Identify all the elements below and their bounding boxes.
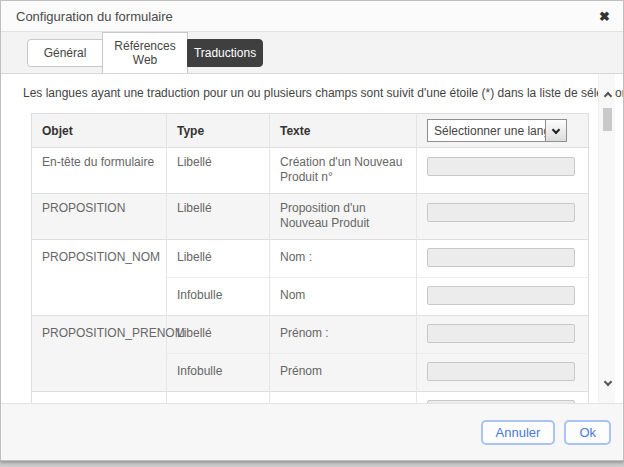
texte-cell: Nom : [270, 240, 417, 278]
objet-cell: PROPOSITION [32, 194, 167, 240]
instruction-text: Les langues ayant une traduction pour un… [23, 86, 623, 100]
translations-table-body: En-tête du formulaireLibelléCréation d'u… [32, 148, 589, 404]
tab-general[interactable]: Général [27, 39, 103, 67]
table-header-row: Objet Type Texte Sélectionner une langue… [32, 114, 589, 148]
translation-input[interactable] [427, 286, 575, 305]
type-cell: Libellé [167, 194, 270, 240]
translation-input[interactable] [427, 362, 575, 381]
table-row: En-tête du formulaireLibelléCréation d'u… [32, 148, 589, 194]
translations-panel: Les langues ayant une traduction pour un… [1, 73, 623, 403]
texte-cell: Proposition d'un Nouveau Produit [270, 194, 417, 240]
tab-label: Général [44, 46, 87, 60]
translation-input[interactable] [427, 157, 575, 176]
dialog-titlebar: Configuration du formulaire ✖ [1, 1, 623, 32]
translation-input-cell [417, 354, 589, 392]
language-select[interactable]: Sélectionner une langue ... [427, 119, 567, 142]
vertical-scrollbar[interactable] [598, 74, 615, 403]
table-row: PROPOSITION_NOMLibelléNom : [32, 240, 589, 278]
tab-label: Références Web [114, 39, 175, 67]
texte-cell: Nom [270, 278, 417, 316]
tab-references-web[interactable]: Références Web [102, 32, 188, 74]
type-cell: Infobulle [167, 278, 270, 316]
dialog-title: Configuration du formulaire [16, 9, 599, 24]
objet-cell: En-tête du formulaire [32, 148, 167, 194]
table-row: PROPOSITIONLibelléProposition d'un Nouve… [32, 194, 589, 240]
type-cell: Infobulle [167, 354, 270, 392]
objet-cell: PROPOSITION_DATE [32, 392, 167, 404]
type-cell: Libellé [167, 240, 270, 278]
type-cell: Libellé [167, 148, 270, 194]
tab-label: Traductions [194, 46, 256, 60]
column-header-type: Type [167, 114, 270, 148]
ok-button[interactable]: Ok [564, 420, 611, 445]
language-select-value: Sélectionner une langue ... [428, 124, 545, 138]
translation-input-cell [417, 194, 589, 240]
texte-cell: Création d'un Nouveau Produit n° [270, 148, 417, 194]
texte-cell: Date : [270, 392, 417, 404]
column-header-language: Sélectionner une langue ... [417, 114, 589, 148]
close-icon[interactable]: ✖ [599, 10, 610, 23]
scroll-down-icon[interactable] [599, 375, 616, 392]
translation-input-cell [417, 148, 589, 194]
type-cell: Libellé [167, 392, 270, 404]
scrollbar-thumb[interactable] [603, 108, 612, 131]
table-row: PROPOSITION_PRENOMLibelléPrénom : [32, 316, 589, 354]
translation-input-cell [417, 240, 589, 278]
objet-cell: PROPOSITION_PRENOM [32, 316, 167, 392]
objet-cell: PROPOSITION_NOM [32, 240, 167, 316]
tab-traductions[interactable]: Traductions [187, 39, 263, 67]
translation-input-cell [417, 278, 589, 316]
cancel-button[interactable]: Annuler [481, 420, 556, 445]
translation-input-cell [417, 392, 589, 404]
column-header-texte: Texte [270, 114, 417, 148]
table-row: PROPOSITION_DATELibelléDate : [32, 392, 589, 404]
translation-input[interactable] [427, 324, 575, 343]
translation-input[interactable] [427, 203, 575, 222]
type-cell: Libellé [167, 316, 270, 354]
translation-input[interactable] [427, 248, 575, 267]
form-configuration-dialog: Configuration du formulaire ✖ Général Ré… [0, 0, 624, 461]
scroll-up-icon[interactable] [599, 86, 616, 103]
texte-cell: Prénom : [270, 316, 417, 354]
chevron-down-icon [545, 120, 566, 141]
translation-input[interactable] [427, 400, 575, 403]
translations-table: Objet Type Texte Sélectionner une langue… [31, 113, 589, 403]
texte-cell: Prénom [270, 354, 417, 392]
dialog-footer: Annuler Ok [1, 403, 623, 460]
translation-input-cell [417, 316, 589, 354]
column-header-objet: Objet [32, 114, 167, 148]
tab-bar: Général Références Web Traductions [1, 32, 623, 73]
